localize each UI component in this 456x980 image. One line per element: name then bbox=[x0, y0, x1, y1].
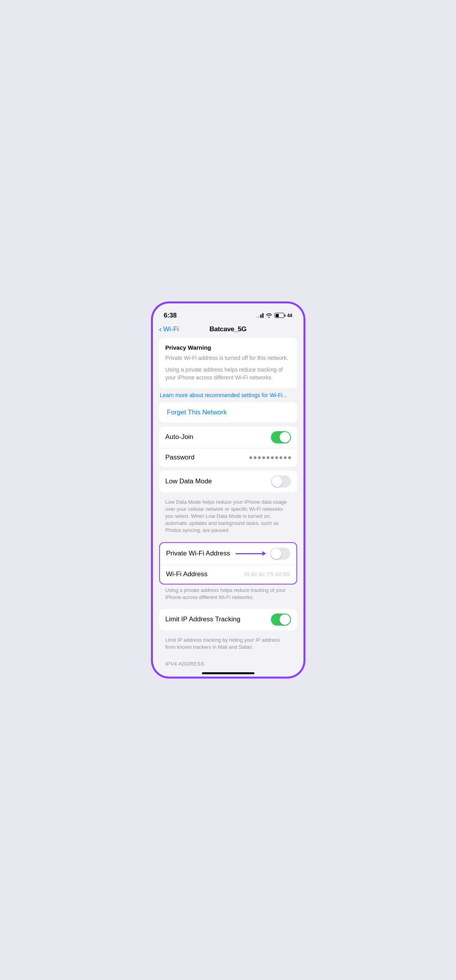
password-label: Password bbox=[165, 454, 195, 461]
auto-join-password-card: Auto-Join Password bbox=[159, 426, 297, 467]
page-title: Batcave_5G bbox=[209, 325, 246, 333]
private-wifi-right bbox=[236, 548, 290, 560]
divider: Wi-Fi Address f4:8c:6c:79:40:69 bbox=[160, 564, 296, 584]
password-dots bbox=[249, 456, 291, 459]
low-data-row: Low Data Mode bbox=[159, 471, 297, 492]
dot bbox=[284, 456, 287, 459]
toggle-knob bbox=[272, 476, 282, 487]
dot bbox=[271, 456, 274, 459]
dot bbox=[275, 456, 278, 459]
low-data-description: Low Data Mode helps reduce your iPhone d… bbox=[159, 496, 297, 538]
forget-network-label: Forget This Network bbox=[167, 408, 227, 416]
auto-join-toggle[interactable] bbox=[271, 431, 291, 443]
privacy-warning-body: Private Wi-Fi address is turned off for … bbox=[165, 354, 291, 382]
limit-ip-row: Limit IP Address Tracking bbox=[159, 609, 297, 630]
nav-bar: ‹ Wi-Fi Batcave_5G bbox=[153, 322, 303, 338]
toggle-knob bbox=[280, 432, 290, 443]
dot bbox=[288, 456, 291, 459]
home-bar bbox=[202, 672, 254, 674]
privacy-warning-title: Privacy Warning bbox=[165, 344, 291, 351]
forget-network-card[interactable]: Forget This Network bbox=[159, 402, 297, 423]
limit-ip-label: Limit IP Address Tracking bbox=[165, 615, 241, 623]
signal-bars-icon bbox=[256, 313, 263, 318]
auto-join-label: Auto-Join bbox=[165, 433, 194, 441]
dot bbox=[262, 456, 265, 459]
private-wifi-section: Private Wi-Fi Address Wi-Fi Address f4:8… bbox=[159, 542, 297, 605]
learn-more-link[interactable]: Learn more about recommended settings fo… bbox=[159, 392, 297, 398]
limit-ip-description: Limit IP address tracking by hiding your… bbox=[159, 634, 297, 655]
wifi-icon bbox=[266, 313, 272, 318]
status-time: 6:38 bbox=[164, 312, 177, 319]
privacy-warning-card: Privacy Warning Private Wi-Fi address is… bbox=[159, 338, 297, 388]
password-row[interactable]: Password bbox=[159, 448, 297, 467]
private-wifi-row: Private Wi-Fi Address bbox=[160, 543, 296, 564]
wifi-address-label: Wi-Fi Address bbox=[166, 570, 208, 578]
dot bbox=[267, 456, 269, 459]
back-chevron-icon: ‹ bbox=[159, 325, 162, 333]
dot bbox=[249, 456, 252, 459]
wifi-address-description: Using a private address helps reduce tra… bbox=[159, 584, 297, 605]
wifi-address-row: Wi-Fi Address f4:8c:6c:79:40:69 bbox=[160, 565, 296, 584]
toggle-knob bbox=[280, 614, 290, 625]
back-label: Wi-Fi bbox=[163, 325, 179, 333]
battery-icon: 44 bbox=[274, 313, 292, 318]
toggle-knob bbox=[271, 548, 282, 559]
auto-join-row: Auto-Join bbox=[159, 426, 297, 448]
private-wifi-card: Private Wi-Fi Address Wi-Fi Address f4:8… bbox=[159, 542, 297, 584]
low-data-label: Low Data Mode bbox=[165, 477, 212, 485]
arrow-icon bbox=[236, 553, 263, 554]
dot bbox=[258, 456, 261, 459]
limit-ip-section: Limit IP Address Tracking Limit IP addre… bbox=[159, 609, 297, 655]
low-data-section: Low Data Mode Low Data Mode helps reduce… bbox=[159, 471, 297, 538]
ipv4-section-header: IPV4 ADDRESS bbox=[159, 655, 297, 669]
status-bar: 6:38 44 bbox=[153, 303, 303, 322]
wifi-address-value: f4:8c:6c:79:40:69 bbox=[245, 571, 290, 577]
status-icons: 44 bbox=[256, 313, 292, 318]
back-button[interactable]: ‹ Wi-Fi bbox=[159, 325, 179, 333]
private-wifi-label: Private Wi-Fi Address bbox=[166, 550, 230, 557]
dot bbox=[280, 456, 282, 459]
limit-ip-toggle[interactable] bbox=[271, 613, 291, 626]
low-data-card: Low Data Mode bbox=[159, 471, 297, 492]
low-data-toggle[interactable] bbox=[271, 475, 291, 488]
home-indicator bbox=[153, 669, 303, 677]
phone-frame: 6:38 44 bbox=[152, 302, 305, 678]
private-wifi-toggle[interactable] bbox=[270, 548, 290, 560]
dot bbox=[254, 456, 256, 459]
limit-ip-card: Limit IP Address Tracking bbox=[159, 609, 297, 630]
content-area: Privacy Warning Private Wi-Fi address is… bbox=[153, 338, 303, 670]
arrow-annotation bbox=[236, 553, 263, 554]
